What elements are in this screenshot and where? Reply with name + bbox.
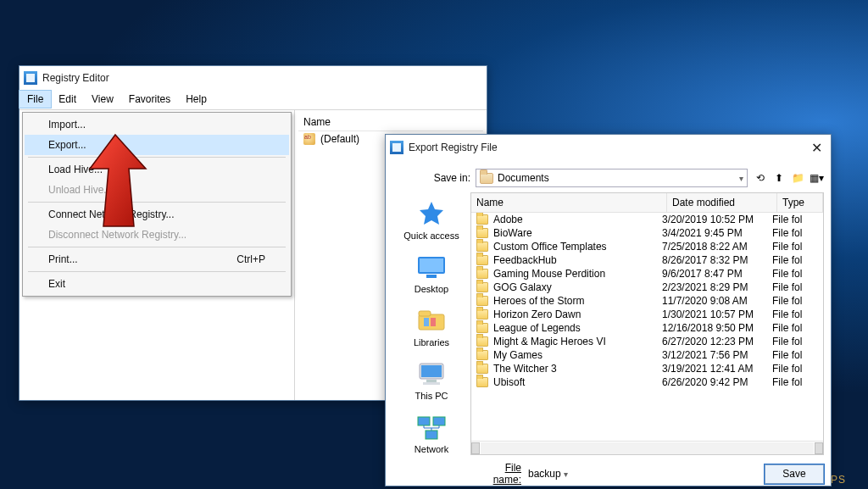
- menu-favorites[interactable]: Favorites: [121, 91, 178, 108]
- folder-icon: [476, 242, 488, 252]
- regedit-title: Registry Editor: [42, 72, 109, 84]
- svg-rect-13: [426, 431, 437, 439]
- file-name-value: backup: [528, 468, 561, 480]
- file-list: Name Date modified Type Adobe3/20/2019 1…: [470, 192, 824, 455]
- folder-icon: [476, 377, 488, 387]
- documents-folder-icon: [480, 173, 493, 184]
- up-one-level-icon[interactable]: ⬆: [771, 170, 787, 186]
- file-menu-dropdown: Import... Export... Load Hive... Unload …: [22, 112, 292, 297]
- menu-item-export[interactable]: Export...: [25, 135, 289, 155]
- string-value-icon: [303, 133, 315, 145]
- svg-rect-11: [418, 417, 430, 425]
- export-registry-dialog: Export Registry File ✕ Save in: Document…: [385, 134, 832, 486]
- col-type[interactable]: Type: [777, 193, 823, 212]
- list-item[interactable]: Adobe3/20/2019 10:52 PMFile fol: [471, 213, 823, 226]
- menu-item-print[interactable]: Print... Ctrl+P: [25, 249, 289, 270]
- menu-item-connect-network[interactable]: Connect Network Registry...: [25, 204, 289, 225]
- list-item[interactable]: Gaming Mouse Perdition9/6/2017 8:47 PMFi…: [471, 267, 823, 281]
- scroll-left-button[interactable]: [471, 442, 480, 454]
- regedit-titlebar[interactable]: Registry Editor: [19, 66, 487, 89]
- horizontal-scrollbar[interactable]: [471, 441, 823, 454]
- svg-rect-1: [420, 258, 443, 272]
- folder-icon: [476, 350, 488, 360]
- list-item[interactable]: Ubisoft6/26/2020 9:42 PMFile fol: [471, 375, 823, 389]
- menu-item-load-hive[interactable]: Load Hive...: [25, 159, 289, 180]
- folder-icon: [476, 296, 488, 306]
- chevron-down-icon: ▾: [564, 470, 568, 479]
- svg-rect-12: [433, 417, 445, 425]
- regedit-icon: [24, 71, 37, 85]
- export-icon: [390, 141, 403, 154]
- folder-icon: [476, 323, 488, 333]
- list-item[interactable]: League of Legends12/16/2018 9:50 PMFile …: [471, 321, 823, 335]
- list-item[interactable]: BioWare3/4/2021 9:45 PMFile fol: [471, 226, 823, 240]
- folder-icon: [476, 336, 488, 347]
- folder-icon: [476, 364, 488, 374]
- list-item[interactable]: Heroes of the Storm11/7/2020 9:08 AMFile…: [471, 294, 823, 308]
- svg-rect-5: [424, 318, 429, 326]
- col-date[interactable]: Date modified: [667, 193, 777, 212]
- menu-item-exit[interactable]: Exit: [25, 274, 289, 294]
- back-icon[interactable]: ⟲: [753, 170, 768, 186]
- regedit-default-label: (Default): [320, 133, 359, 145]
- svg-rect-9: [426, 380, 437, 382]
- export-titlebar[interactable]: Export Registry File ✕: [386, 135, 831, 160]
- list-item[interactable]: The Witcher 33/19/2021 12:41 AMFile fol: [471, 362, 823, 375]
- folder-icon: [476, 214, 488, 225]
- save-button[interactable]: Save: [765, 464, 824, 484]
- folder-icon: [476, 309, 488, 320]
- regedit-menubar: File Edit View Favorites Help: [19, 89, 487, 110]
- place-quick-access[interactable]: Quick access: [403, 196, 459, 244]
- folder-icon: [476, 228, 488, 238]
- places-bar: Quick access Desktop Libraries This PC N…: [392, 192, 470, 455]
- folder-icon: [476, 269, 488, 279]
- list-item[interactable]: My Games3/12/2021 7:56 PMFile fol: [471, 348, 823, 362]
- file-name-input[interactable]: backup ▾: [528, 468, 758, 480]
- menu-item-disconnect-network: Disconnect Network Registry...: [25, 225, 289, 245]
- folder-icon: [476, 255, 488, 265]
- view-menu-icon[interactable]: ▦▾: [809, 170, 824, 186]
- list-item[interactable]: Horizon Zero Dawn1/30/2021 10:57 PMFile …: [471, 308, 823, 321]
- print-accelerator: Ctrl+P: [236, 253, 265, 265]
- export-title: Export Registry File: [409, 142, 498, 153]
- menu-file[interactable]: File: [19, 91, 51, 108]
- svg-rect-8: [421, 365, 442, 377]
- save-in-label: Save in:: [426, 172, 470, 184]
- list-item[interactable]: FeedbackHub8/26/2017 8:32 PMFile fol: [471, 253, 823, 267]
- scroll-right-button[interactable]: [815, 442, 823, 454]
- place-libraries[interactable]: Libraries: [414, 303, 449, 351]
- svg-rect-6: [431, 318, 436, 326]
- menu-item-unload-hive: Unload Hive...: [25, 180, 289, 200]
- svg-rect-2: [426, 275, 437, 278]
- new-folder-icon[interactable]: 📁: [790, 170, 805, 186]
- list-item[interactable]: Might & Magic Heroes VI6/27/2020 12:23 P…: [471, 335, 823, 348]
- chevron-down-icon: ▾: [739, 174, 743, 183]
- svg-rect-10: [423, 382, 440, 385]
- menu-item-import[interactable]: Import...: [25, 114, 289, 135]
- regedit-col-name[interactable]: Name: [298, 114, 483, 131]
- menu-view[interactable]: View: [84, 91, 121, 108]
- list-item[interactable]: GOG Galaxy2/23/2021 8:29 PMFile fol: [471, 281, 823, 294]
- place-network[interactable]: Network: [415, 409, 448, 458]
- save-in-value: Documents: [498, 172, 549, 184]
- file-name-label: File name:: [474, 462, 521, 486]
- save-in-combo[interactable]: Documents ▾: [476, 169, 748, 187]
- folder-icon: [476, 282, 488, 292]
- list-item[interactable]: Custom Office Templates7/25/2018 8:22 AM…: [471, 240, 823, 253]
- close-button[interactable]: ✕: [806, 140, 826, 156]
- place-desktop[interactable]: Desktop: [415, 249, 448, 297]
- col-name[interactable]: Name: [471, 193, 667, 212]
- menu-edit[interactable]: Edit: [51, 91, 84, 108]
- svg-rect-4: [419, 311, 431, 316]
- place-this-pc[interactable]: This PC: [415, 356, 448, 404]
- menu-help[interactable]: Help: [178, 91, 214, 108]
